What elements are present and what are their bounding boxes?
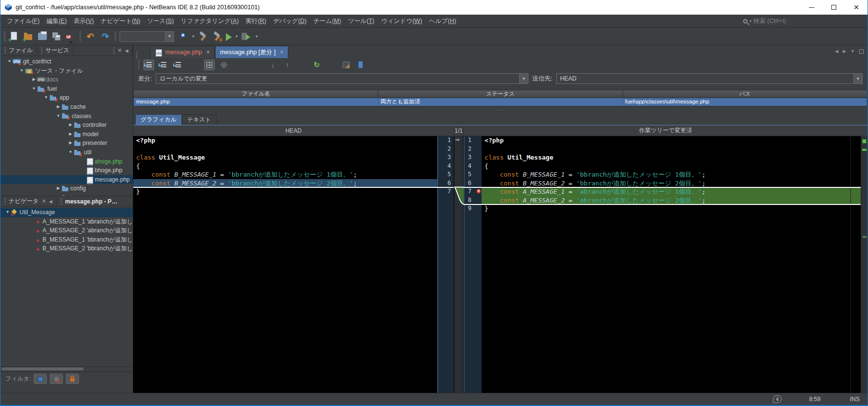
export-diff-icon[interactable] bbox=[341, 60, 351, 70]
horizontal-splitter[interactable]: ····· bbox=[133, 106, 868, 114]
toolbar-drag-handle[interactable] bbox=[115, 32, 116, 41]
run-dropdown-icon[interactable]: ▾ bbox=[236, 34, 238, 39]
tree-item-fuel[interactable]: ▼fuel bbox=[0, 84, 133, 94]
tab-graphical[interactable]: グラフィカル bbox=[135, 114, 182, 125]
tab-textual[interactable]: テキスト bbox=[182, 114, 217, 125]
debug-dropdown-icon[interactable]: ▾ bbox=[256, 34, 258, 39]
tab-navigator[interactable]: ナビゲータ ✕ ◀ bbox=[0, 196, 57, 206]
menu-item-10[interactable]: ウィンドウ(W) bbox=[378, 17, 425, 25]
search-dropdown-icon[interactable]: ▾ bbox=[749, 19, 751, 23]
toolbar-drag-handle[interactable] bbox=[80, 32, 81, 41]
minimize-button[interactable] bbox=[800, 0, 823, 15]
maximize-button[interactable] bbox=[823, 0, 845, 15]
tree-item-classes[interactable]: ▼classes bbox=[0, 112, 133, 121]
save-all-icon[interactable] bbox=[51, 31, 62, 42]
tab-navigator-file[interactable]: message.php - P… bbox=[57, 196, 133, 206]
tab-message-php[interactable]: message.php × bbox=[150, 46, 215, 58]
close-tab-icon[interactable]: × bbox=[280, 49, 283, 56]
close-panel-icon[interactable]: ✕ bbox=[41, 198, 46, 204]
chevron-down-icon[interactable]: ▼ bbox=[519, 74, 528, 83]
expander-closed-icon[interactable]: ▶ bbox=[55, 184, 61, 193]
expander-closed-icon[interactable]: ▶ bbox=[55, 102, 61, 112]
tree-item-lang[interactable]: ▶lang bbox=[0, 193, 133, 196]
working-tree-pane[interactable]: 1234567×89<?phpclass Util_Message{ const… bbox=[464, 136, 861, 393]
navigator-item-util_message[interactable]: ▼Util_Message bbox=[0, 208, 133, 217]
tree-item-config[interactable]: ▶config bbox=[0, 184, 133, 193]
tree-item-git_confrict[interactable]: ▼git_confrict bbox=[0, 57, 133, 66]
menu-item-11[interactable]: ヘルプ(H) bbox=[425, 17, 460, 25]
clean-build-project-icon[interactable] bbox=[212, 31, 222, 42]
expander-closed-icon[interactable]: ▶ bbox=[67, 139, 74, 148]
diff-target-combobox[interactable]: HEAD ▼ bbox=[556, 73, 863, 84]
tab-files[interactable]: ファイル bbox=[0, 45, 37, 56]
new-project-icon[interactable]: + bbox=[23, 31, 34, 42]
navigator-item-b_message_2-bbranch-[interactable]: ▲B_MESSAGE_2 'bbranchが追加した bbox=[0, 244, 133, 253]
line-endings-icon[interactable]: LF▲ bbox=[65, 31, 76, 42]
file-table-row[interactable]: message.php 両方とも追加済 fuel\app\classes\uti… bbox=[133, 98, 868, 106]
refresh-icon[interactable]: ↻ bbox=[311, 60, 322, 70]
menu-item-4[interactable]: ソース(S) bbox=[144, 17, 178, 25]
expander-open-icon[interactable]: ▼ bbox=[67, 148, 74, 157]
column-filename[interactable]: ファイル名 bbox=[134, 90, 378, 98]
tab-services[interactable]: サービス bbox=[37, 45, 74, 56]
debug-project-icon[interactable] bbox=[241, 31, 252, 42]
menu-item-3[interactable]: ナビゲート(N) bbox=[98, 17, 144, 25]
minimize-panel-icon[interactable]: ◀ bbox=[49, 199, 52, 204]
new-file-icon[interactable]: + bbox=[9, 31, 20, 42]
code-pane[interactable]: <?phpclass Util_Message{ const B_MESSAGE… bbox=[133, 136, 437, 393]
tree-item-util[interactable]: ▼util bbox=[0, 148, 133, 157]
diff-compact-list-icon[interactable] bbox=[173, 60, 183, 70]
menu-item-6[interactable]: 実行(R) bbox=[242, 17, 269, 25]
flat-view-icon[interactable] bbox=[204, 60, 215, 70]
tree-item-controller[interactable]: ▶controller bbox=[0, 121, 133, 130]
diff-view-mode-icon[interactable] bbox=[143, 60, 154, 70]
column-path[interactable]: パス bbox=[623, 90, 867, 98]
open-project-icon[interactable] bbox=[37, 31, 48, 42]
redo-icon[interactable]: ↷ bbox=[100, 31, 111, 42]
chevron-down-icon[interactable]: ▼ bbox=[165, 32, 174, 41]
horizontal-scrollbar[interactable] bbox=[0, 366, 133, 371]
expander-closed-icon[interactable]: ▶ bbox=[67, 121, 74, 130]
expander-closed-icon[interactable]: ▶ bbox=[67, 130, 74, 139]
expander-closed-icon[interactable]: ▶ bbox=[55, 193, 61, 196]
close-tab-icon[interactable]: × bbox=[206, 49, 210, 56]
chevron-down-icon[interactable]: ▼ bbox=[853, 74, 862, 83]
tree-item-message.php[interactable]: message.php bbox=[0, 175, 133, 184]
tree-item-model[interactable]: ▶model bbox=[0, 130, 133, 139]
next-difference-icon[interactable]: ↓ bbox=[267, 60, 278, 70]
expander-open-icon[interactable]: ▼ bbox=[31, 84, 37, 94]
close-button[interactable]: ✕ bbox=[845, 0, 868, 15]
show-non-public-toggle[interactable] bbox=[50, 374, 63, 384]
expander-open-icon[interactable]: ▼ bbox=[43, 93, 49, 102]
show-inherited-members-toggle[interactable] bbox=[34, 374, 47, 384]
navigator-item-a_message_1-abranch-[interactable]: ▲A_MESSAGE_1 'abranchが追加した bbox=[0, 217, 133, 226]
projects-tree[interactable]: ▼git_confrict▼ソース・ファイル▶docs▼fuel▼app▶cac… bbox=[0, 56, 133, 196]
scroll-tabs-left-icon[interactable]: ◀ bbox=[835, 49, 838, 54]
build-project-icon[interactable] bbox=[198, 31, 208, 42]
expander-open-icon[interactable]: ▼ bbox=[19, 66, 25, 76]
tab-list-dropdown-icon[interactable]: ▼ bbox=[850, 49, 855, 54]
notifications-badge[interactable]: 4 bbox=[773, 395, 782, 403]
expander-open-icon[interactable]: ▼ bbox=[4, 208, 11, 217]
diff-source-combobox[interactable]: ローカルでの変更 ▼ bbox=[156, 73, 528, 84]
expander-open-icon[interactable]: ▼ bbox=[6, 57, 13, 66]
toolbar-drag-handle[interactable] bbox=[4, 32, 5, 41]
navigator-item-a_message_2-abranch-[interactable]: ▲A_MESSAGE_2 'abranchが追加した bbox=[0, 226, 133, 235]
expander-closed-icon[interactable]: ▶ bbox=[31, 75, 37, 84]
menu-item-0[interactable]: ファイル(F) bbox=[3, 17, 43, 25]
show-static-toggle[interactable] bbox=[66, 374, 79, 384]
tree-item-bhoge.php[interactable]: bhoge.php bbox=[0, 166, 133, 175]
tree-item-cache[interactable]: ▶cache bbox=[0, 102, 133, 112]
quick-search[interactable]: ▾ 検索 (Ctrl+I) bbox=[743, 17, 868, 25]
expander-open-icon[interactable]: ▼ bbox=[55, 112, 61, 121]
tree-item-presenter[interactable]: ▶presenter bbox=[0, 139, 133, 148]
menu-item-9[interactable]: ツール(T) bbox=[344, 17, 378, 25]
maximize-editor-icon[interactable] bbox=[859, 49, 864, 54]
browser-icon[interactable] bbox=[178, 31, 188, 42]
menu-item-8[interactable]: チーム(M) bbox=[310, 17, 344, 25]
menu-item-5[interactable]: リファクタリング(A) bbox=[177, 17, 242, 25]
scrollbar-thumb[interactable] bbox=[1, 367, 83, 370]
undo-icon[interactable]: ↶ bbox=[84, 31, 96, 42]
diff-file-list-icon[interactable] bbox=[158, 60, 169, 70]
head-revision-pane[interactable]: <?phpclass Util_Message{ const B_MESSAGE… bbox=[133, 136, 454, 393]
